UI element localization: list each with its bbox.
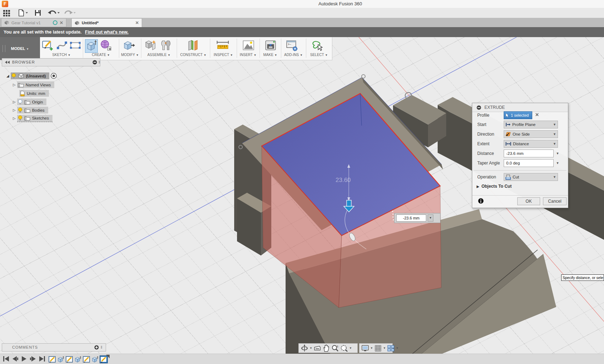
remove-panel-icon[interactable] <box>92 60 97 65</box>
toolbar-group-inspect[interactable]: INSPECT ▼ <box>210 53 237 57</box>
ok-button[interactable]: OK <box>517 197 540 205</box>
bulb-on-icon[interactable] <box>18 115 22 121</box>
collapsed-triangle-icon[interactable]: ▷ <box>13 83 16 87</box>
toolbar-group-construct[interactable]: CONSTRUCT ▼ <box>177 53 210 57</box>
workspace-selector[interactable]: MODEL ▼ <box>0 37 40 60</box>
distance-input[interactable]: -23.6 mm <box>504 150 554 157</box>
toolbar-group-make[interactable]: MAKE ▼ <box>260 53 281 57</box>
tab-gear-tutorial[interactable]: Gear Tutorial v1 ✕ <box>1 18 66 27</box>
app-grid-icon[interactable] <box>3 9 11 16</box>
grid-settings-icon[interactable] <box>374 344 382 352</box>
inline-distance-caret[interactable]: ▼ <box>428 214 433 222</box>
browser-item-units[interactable]: Units: mm <box>19 90 49 97</box>
clear-selection-icon[interactable]: ✕ <box>535 112 539 117</box>
sketch-point-marker[interactable] <box>362 75 365 78</box>
orbit-icon[interactable] <box>301 344 308 352</box>
browser-item-bodies[interactable]: ▷ Bodies <box>13 107 48 113</box>
collapsed-triangle-icon[interactable]: ▷ <box>13 100 16 104</box>
file-icon[interactable] <box>18 9 29 16</box>
taper-caret-icon[interactable]: ▼ <box>555 159 560 167</box>
close-tab-icon[interactable]: ✕ <box>135 20 139 25</box>
collapsed-triangle-icon[interactable]: ▷ <box>13 116 16 120</box>
select-lasso-icon[interactable] <box>310 39 324 52</box>
activate-radio-icon[interactable] <box>51 73 57 79</box>
save-icon[interactable] <box>34 9 41 16</box>
browser-item-sketches[interactable]: ▷ Sketches <box>13 115 52 122</box>
press-pull-icon[interactable] <box>123 39 135 51</box>
3d-print-icon[interactable] <box>264 39 277 51</box>
caret-down-icon[interactable]: ▼ <box>370 347 373 350</box>
play-button[interactable] <box>21 356 27 362</box>
collapse-dialog-icon[interactable] <box>477 105 481 110</box>
create-sketch-icon[interactable] <box>41 39 54 51</box>
whats-new-link[interactable]: Find out what's new. <box>85 30 129 35</box>
insert-image-icon[interactable] <box>242 39 255 51</box>
look-at-icon[interactable] <box>313 344 321 352</box>
timeline-sketch-feature[interactable] <box>66 356 73 363</box>
extrude-tool-icon-selected[interactable] <box>85 39 98 53</box>
tab-untitled[interactable]: Untitled* ✕ <box>71 18 142 27</box>
add-comment-icon[interactable] <box>94 345 99 350</box>
viewports-icon[interactable] <box>387 344 395 352</box>
bulb-on-icon[interactable] <box>11 73 16 79</box>
scripts-addins-icon[interactable]: >- <box>286 39 298 51</box>
objects-to-cut-section[interactable]: ▶ Objects To Cut <box>477 184 512 189</box>
toolbar-group-insert[interactable]: INSERT ▼ <box>237 53 260 57</box>
toolbar-group-select[interactable]: SELECT ▼ <box>306 53 332 57</box>
caret-down-icon[interactable]: ▼ <box>349 347 352 350</box>
profile-selected-button[interactable]: 1 selected <box>504 111 532 119</box>
expand-triangle-icon[interactable]: ▶ <box>477 184 479 188</box>
caret-down-icon[interactable]: ▼ <box>309 347 312 350</box>
toolbar-group-addins[interactable]: ADD-INS ▼ <box>281 53 306 57</box>
toolbar-group-modify[interactable]: MODIFY ▼ <box>119 53 141 57</box>
step-back-button[interactable] <box>12 356 19 362</box>
extent-dropdown[interactable]: Distance ▼ <box>504 140 558 148</box>
redo-icon[interactable] <box>63 9 76 16</box>
comments-panel-header[interactable]: COMMENTS ‖ <box>2 343 106 352</box>
collapse-panel-icon[interactable] <box>5 61 10 64</box>
caret-down-icon[interactable]: ▼ <box>396 347 399 350</box>
measure-icon[interactable] <box>216 39 230 51</box>
rectangle-tool-icon[interactable] <box>69 39 81 51</box>
create-form-icon[interactable] <box>100 39 112 51</box>
caret-down-icon[interactable]: ▼ <box>383 347 386 350</box>
info-icon[interactable] <box>478 198 484 204</box>
operation-dropdown[interactable]: Cut ▼ <box>504 173 558 181</box>
timeline-sketch-feature[interactable] <box>49 356 56 363</box>
browser-item-named-views[interactable]: ▷ Named Views <box>13 81 54 88</box>
window-zoom-icon[interactable] <box>340 344 348 352</box>
timeline-extrude-feature[interactable] <box>91 356 99 363</box>
timeline-sketch-feature[interactable] <box>83 356 90 363</box>
step-forward-button[interactable] <box>30 356 36 362</box>
undo-icon[interactable] <box>47 9 60 16</box>
pan-icon[interactable] <box>322 344 330 352</box>
inline-distance-input[interactable]: -23.6 mm <box>396 214 426 222</box>
joint-icon[interactable] <box>160 39 171 51</box>
bulb-off-icon[interactable] <box>18 99 22 105</box>
start-dropdown[interactable]: Profile Plane ▼ <box>504 121 558 128</box>
go-to-start-button[interactable] <box>3 356 10 362</box>
timeline-extrude-feature[interactable] <box>57 356 65 363</box>
bulb-on-icon[interactable] <box>18 107 22 113</box>
taper-input[interactable]: 0.0 deg <box>504 159 554 167</box>
spline-tool-icon[interactable] <box>56 39 68 51</box>
toolbar-group-assemble[interactable]: ASSEMBLE ▼ <box>141 53 177 57</box>
browser-panel-header[interactable]: BROWSER ‖ <box>2 58 100 66</box>
new-component-icon[interactable] <box>144 39 158 51</box>
go-to-end-button[interactable] <box>39 356 45 362</box>
construction-plane-icon[interactable] <box>186 39 199 51</box>
close-tab-icon[interactable]: ✕ <box>60 20 63 25</box>
browser-root-row[interactable]: ◢ (Unsaved) <box>6 72 57 79</box>
display-settings-icon[interactable] <box>361 344 369 352</box>
browser-item-origin[interactable]: ▷ Origin <box>13 98 46 105</box>
cancel-button[interactable]: Cancel <box>543 197 567 205</box>
panel-resize-grip[interactable]: ‖ <box>99 59 101 66</box>
toolbar-group-sketch[interactable]: SKETCH ▼ <box>40 53 83 57</box>
panel-resize-grip[interactable]: ‖ <box>101 344 103 351</box>
timeline-extrude-feature[interactable] <box>74 356 82 363</box>
direction-dropdown[interactable]: One Side ▼ <box>504 130 558 138</box>
zoom-icon[interactable]: ± <box>331 344 339 352</box>
collapsed-triangle-icon[interactable]: ▷ <box>13 108 16 112</box>
toolbar-group-create[interactable]: CREATE ▼ <box>83 53 119 57</box>
timeline-marker[interactable] <box>105 355 110 359</box>
